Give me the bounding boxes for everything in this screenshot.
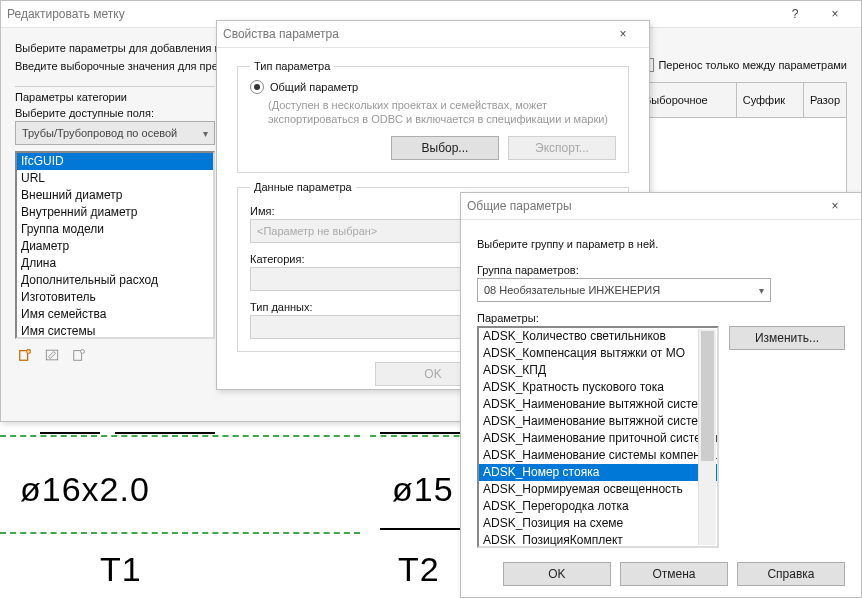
choose-button[interactable]: Выбор... (391, 136, 499, 160)
data-group-label: Данные параметра (250, 181, 356, 193)
shared-params-dialog: Общие параметры × Выберите группу и пара… (460, 192, 862, 598)
list-item[interactable]: ADSK_Компенсация вытяжки от МО (479, 345, 717, 362)
chevron-down-icon: ▾ (759, 285, 764, 296)
shared-help-text: (Доступен в нескольких проектах и семейс… (268, 98, 616, 126)
cancel-button[interactable]: Отмена (620, 562, 728, 586)
list-item[interactable]: Изготовитель (17, 289, 213, 306)
scrollbar[interactable] (698, 329, 716, 545)
list-item[interactable]: ADSK_ПозицияКомплект (479, 532, 717, 548)
new-param-button[interactable] (15, 345, 35, 365)
group-label: Группа параметров: (477, 264, 845, 276)
prompt: Выберите группу и параметр в ней. (477, 238, 845, 250)
list-item[interactable]: Дополнительный расход (17, 272, 213, 289)
list-item[interactable]: ADSK_Наименование системы компенсации МО (479, 447, 717, 464)
list-item[interactable]: ADSK_Нормируемая освещенность (479, 481, 717, 498)
type-group-label: Тип параметра (250, 60, 334, 72)
help-button[interactable]: ? (775, 1, 815, 27)
titlebar: Общие параметры × (461, 193, 861, 220)
edit-param-button[interactable] (42, 345, 62, 365)
list-item[interactable]: Длина (17, 255, 213, 272)
close-button[interactable]: × (815, 193, 855, 219)
params-label: Параметры: (477, 312, 845, 324)
shared-radio[interactable] (250, 80, 264, 94)
category-dropdown[interactable]: Трубы/Трубопровод по осевой▾ (15, 121, 215, 145)
list-item[interactable]: ADSK_Позиция на схеме (479, 515, 717, 532)
scroll-thumb[interactable] (701, 331, 714, 461)
axis-label-1: T1 (100, 550, 142, 589)
list-item[interactable]: ADSK_Наименование вытяжной системы от МО (479, 413, 717, 430)
fields-listbox[interactable]: IfcGUIDURLВнешний диаметрВнутренний диам… (15, 151, 215, 339)
list-item[interactable]: ADSK_Кратность пускового тока (479, 379, 717, 396)
list-item[interactable]: URL (17, 170, 213, 187)
window-title: Общие параметры (467, 199, 815, 213)
svg-point-1 (27, 350, 31, 354)
axis-label-2: T2 (398, 550, 440, 589)
list-item[interactable]: Группа модели (17, 221, 213, 238)
window-title: Редактировать метку (7, 7, 775, 21)
titlebar: Свойства параметра × (217, 21, 649, 48)
list-item[interactable]: ADSK_Количество светильников (479, 328, 717, 345)
chevron-down-icon: ▾ (203, 128, 208, 139)
list-item[interactable]: ADSK_Наименование приточной системы (479, 430, 717, 447)
svg-rect-2 (46, 350, 57, 360)
list-item[interactable]: ADSK_КПД (479, 362, 717, 379)
list-item[interactable]: Имя семейства (17, 306, 213, 323)
svg-point-4 (81, 350, 85, 354)
close-button[interactable]: × (603, 21, 643, 47)
help-button[interactable]: Справка (737, 562, 845, 586)
datatype-dropdown: ▾ (250, 315, 474, 339)
col-break: Разор (804, 83, 846, 117)
edit-button[interactable]: Изменить... (729, 326, 845, 350)
col-optional: Выборочное (638, 83, 737, 117)
list-item[interactable]: Внутренний диаметр (17, 204, 213, 221)
instruction-2: Введите выборочные значения для пре (15, 60, 218, 72)
params-listbox[interactable]: ADSK_Количество светильниковADSK_Компенс… (477, 326, 719, 548)
list-item[interactable]: IfcGUID (17, 153, 213, 170)
group-dropdown[interactable]: 08 Необязательные ИНЖЕНЕРИЯ▾ (477, 278, 771, 302)
category-params-group: Параметры категории (15, 86, 215, 103)
wrap-label: Перенос только между параметрами (658, 59, 847, 71)
window-title: Свойства параметра (223, 27, 603, 41)
list-item[interactable]: ADSK_Перегородка лотка (479, 498, 717, 515)
shared-radio-label: Общий параметр (270, 81, 358, 93)
ok-button[interactable]: OK (503, 562, 611, 586)
export-button: Экспорт... (508, 136, 616, 160)
list-item[interactable]: Внешний диаметр (17, 187, 213, 204)
list-item[interactable]: ADSK_Наименование вытяжной системы (479, 396, 717, 413)
list-item[interactable]: ADSK_Номер стояка (479, 464, 717, 481)
name-field: <Параметр не выбран> (250, 219, 474, 243)
available-fields-label: Выберите доступные поля: (15, 107, 215, 119)
dim-label-1: ø16x2.0 (20, 470, 150, 509)
col-suffix: Суффик (737, 83, 804, 117)
label-table-header: Выборочное Суффик Разор (637, 82, 847, 118)
list-item[interactable]: Имя системы (17, 323, 213, 339)
close-button[interactable]: × (815, 1, 855, 27)
category-dropdown: ▾ (250, 267, 474, 291)
dim-label-2: ø15 (392, 470, 454, 509)
list-item[interactable]: Диаметр (17, 238, 213, 255)
third-tool-button[interactable] (69, 345, 89, 365)
